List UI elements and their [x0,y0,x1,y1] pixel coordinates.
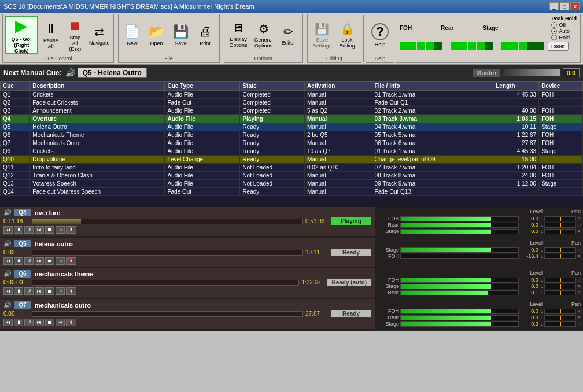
stop-all-button[interactable]: ⏹ Stop All(Esc) [64,16,87,54]
peak-hold-radio[interactable] [551,35,557,40]
rear-bar-4 [477,42,485,50]
cell-desc: Crickets [30,91,165,99]
master-slider[interactable] [503,69,560,76]
close-button[interactable]: ✕ [570,2,580,10]
cell-desc: Announcement [30,107,165,115]
cell-device [539,156,583,164]
cell-length: 4:45.33 [493,147,539,156]
rewind-button-q4[interactable]: ⏮ [3,226,13,234]
play-button-q7[interactable]: ⏸ [14,319,23,326]
play-button-q4[interactable]: ⏸ [14,226,23,234]
table-row[interactable]: Q3 Announcement Audio File Completed 5 a… [1,107,583,115]
mute-button-q5[interactable]: 🔇 [66,257,76,265]
skip-button-q6[interactable]: ⏭ [35,287,44,295]
cue-table-body: Q1 Crickets Audio File Completed Manual … [1,91,583,196]
play-button-q6[interactable]: ⏸ [14,287,23,295]
stop-button-q5[interactable]: ⏹ [45,257,54,265]
mute-button-q6[interactable]: 🔇 [66,287,76,295]
help-label: Help [375,42,386,47]
cell-state: Ready [240,147,305,156]
meter-label-foh: FOH [377,253,399,259]
meter-row-rear: Rear 0.0 L R [377,222,581,228]
level-bar-foh [400,278,519,283]
peak-off-radio[interactable] [551,22,557,28]
cell-activation: Manual [304,99,372,107]
stop-icon: ⏹ [69,19,82,34]
table-row[interactable]: Q5 Helena Outro Audio File Ready Manual … [1,123,583,131]
stage-bars [501,42,544,51]
meter-row-rear: Rear -0.1 L R [377,290,581,295]
rewind-button-q7[interactable]: ⏮ [3,319,13,326]
play-button-q5[interactable]: ⏸ [14,257,23,265]
go-button[interactable]: ▶ Q5 - Go!(Right Click) [5,16,38,54]
cell-file: 03 Track 3.wma [372,115,493,123]
player-progress-q5[interactable] [32,250,303,256]
lock-editing-button[interactable]: 🔒 LockEditing [335,16,359,54]
progress-fill-q4 [32,219,81,224]
peak-off-option[interactable]: Off [551,22,577,28]
rewind-button-q5[interactable]: ⏮ [3,257,13,265]
end-button-q7[interactable]: ⇥ [56,319,65,326]
table-row[interactable]: Q10 Drop volume Level Change Ready Manua… [1,156,583,164]
mute-button-q7[interactable]: 🔇 [66,319,76,326]
table-row[interactable]: Q9 Crickets Audio File Ready 10 as Q7 01… [1,147,583,156]
save-settings-button[interactable]: 💾 SaveSettings [310,16,335,54]
peak-auto-radio[interactable] [551,28,557,34]
cell-length: 1:12.00 [493,180,539,188]
navigate-button[interactable]: ⇄ Navigate [88,16,111,54]
table-row[interactable]: Q2 Fade out Crickets Fade Out Completed … [1,99,583,107]
table-row[interactable]: Q11 Intro to fairy land Audio File Not L… [1,164,583,172]
save-button[interactable]: 💾 Save [169,16,193,54]
general-options-button[interactable]: ⚙ GeneralOptions [252,16,276,54]
table-row[interactable]: Q6 Mechanicals Theme Audio File Ready 2 … [1,131,583,139]
skip-button-q5[interactable]: ⏭ [35,257,44,265]
loop-button-q5[interactable]: ↺ [24,257,34,265]
player-progress-q7[interactable] [32,311,303,317]
skip-button-q7[interactable]: ⏭ [35,319,44,326]
editor-button[interactable]: ✏ Editor [277,16,300,54]
cell-type: Audio File [165,91,240,99]
table-row[interactable]: Q14 Fade out Votaress Speech Fade Out Re… [1,188,583,196]
peak-hold-label: Peak Hold [551,16,577,21]
stop-button-q7[interactable]: ⏹ [45,319,54,326]
table-row[interactable]: Q1 Crickets Audio File Completed Manual … [1,91,583,99]
meter-row-rear: Rear 0.0 L R [377,315,581,320]
level-bar-rear [400,290,519,295]
cell-activation: Manual [304,156,372,164]
help-button[interactable]: ? Help [368,16,392,54]
end-button-q4[interactable]: ⇥ [56,226,65,234]
reset-button[interactable]: Reset [548,42,569,51]
cell-desc: Titania & Oberon Clash [30,172,165,180]
player-main-q5: 🔊 Q5 helena outro 0.00 10.11 Ready ⏮ ⏸ ↺… [0,238,375,267]
minimize-button[interactable]: _ [549,2,559,10]
peak-hold-option[interactable]: Hold [551,35,577,40]
level-value-foh: 0.0 [521,216,538,221]
end-button-q6[interactable]: ⇥ [56,287,65,295]
display-options-button[interactable]: 🖥 DisplayOptions [227,16,250,54]
stop-button-q4[interactable]: ⏹ [45,226,54,234]
table-row[interactable]: Q12 Titania & Oberon Clash Audio File No… [1,172,583,180]
player-progress-q6[interactable] [32,280,299,286]
print-button[interactable]: 🖨 Print [194,16,217,54]
pause-all-button[interactable]: ⏸ PauseAll [39,16,62,54]
table-row[interactable]: Q7 Mechanicals Outro Audio File Ready Ma… [1,139,583,147]
maximize-button[interactable]: □ [560,2,569,10]
end-button-q5[interactable]: ⇥ [56,257,65,265]
stop-button-q6[interactable]: ⏹ [45,287,54,295]
foh-bars [400,42,442,51]
table-row[interactable]: Q13 Votaress Speech Audio File Not Loade… [1,180,583,188]
meter-header-q5: Level Pan [377,240,581,246]
loop-button-q6[interactable]: ↺ [24,287,34,295]
loop-button-q7[interactable]: ↺ [24,319,34,326]
open-button[interactable]: 📂 Open [145,16,168,54]
new-button[interactable]: 📄 New [121,16,144,54]
table-row[interactable]: Q4 Overture Audio File Playing Manual 03… [1,115,583,123]
pan-bar-stage [544,247,576,253]
cell-file: Change level/pan of Q9 [372,156,493,164]
peak-auto-option[interactable]: Auto [551,28,577,34]
loop-button-q4[interactable]: ↺ [24,226,34,234]
rewind-button-q6[interactable]: ⏮ [3,287,13,295]
player-progress-q4[interactable] [32,219,303,224]
skip-button-q4[interactable]: ⏭ [35,226,44,234]
mute-button-q4[interactable]: 🔇 [66,226,76,234]
